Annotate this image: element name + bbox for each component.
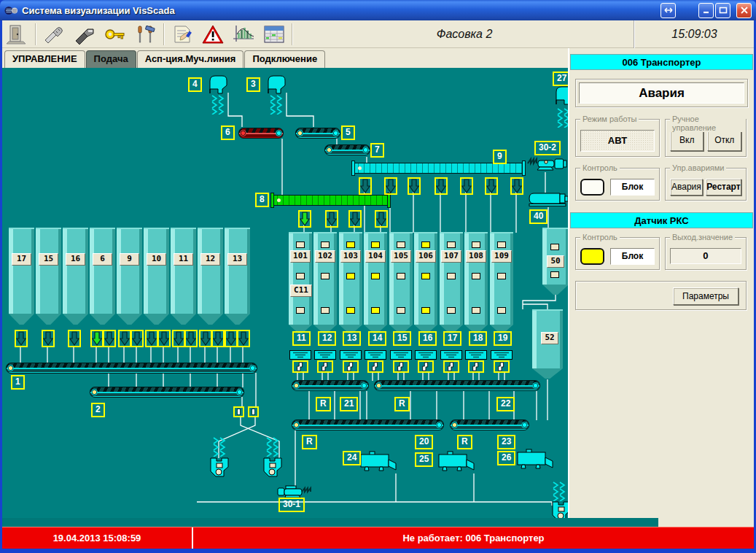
manual-off-button[interactable]: Откл (707, 130, 741, 151)
gate-valve[interactable] (248, 406, 259, 417)
flow-arrow-valve[interactable] (325, 210, 338, 228)
serial-connector-icon[interactable] (39, 22, 69, 47)
conveyor-belt[interactable] (450, 419, 529, 430)
value-table-icon[interactable] (259, 22, 289, 47)
tab-upravlenie[interactable]: УПРАВЛЕНИЕ (4, 50, 85, 68)
conveyor-belt[interactable] (295, 128, 340, 139)
restart-button[interactable]: Рестарт (706, 179, 741, 196)
silo[interactable] (225, 228, 250, 314)
params-button[interactable]: Параметры (673, 287, 739, 305)
rotary-valve[interactable] (343, 360, 359, 373)
flow-arrow-valve[interactable] (184, 330, 198, 347)
equipment-tag-1[interactable]: 1 (11, 375, 25, 390)
equipment-tag-11[interactable]: 11 (292, 331, 311, 346)
restore-size-button[interactable] (660, 3, 676, 18)
maximize-button[interactable] (715, 3, 730, 18)
flow-arrow-valve[interactable] (199, 330, 212, 347)
rotary-valve[interactable] (494, 360, 510, 373)
equipment-tag-R[interactable]: R (394, 397, 410, 411)
equipment-tag-2[interactable]: 2 (91, 403, 105, 417)
equipment-tag-R[interactable]: R (316, 397, 331, 411)
equipment-tag-22[interactable]: 22 (496, 397, 515, 411)
usb-connector-icon[interactable] (69, 22, 100, 47)
cyclone-airlock[interactable] (262, 457, 283, 480)
silo[interactable] (144, 228, 169, 314)
equipment-tag-30-2[interactable]: 30-2 (534, 141, 561, 155)
equipment-tag-15[interactable]: 15 (393, 331, 411, 346)
equipment-tag-R[interactable]: R (457, 435, 472, 449)
flow-arrow-valve[interactable] (348, 210, 362, 228)
close-button[interactable] (736, 3, 752, 18)
silo[interactable] (198, 228, 223, 314)
silo[interactable] (9, 228, 34, 314)
equipment-tag-3[interactable]: 3 (246, 77, 260, 92)
flow-arrow-valve[interactable] (237, 330, 250, 347)
manual-on-button[interactable]: Вкл (670, 130, 704, 151)
equipment-tag-25[interactable]: 25 (415, 452, 433, 467)
equipment-tag-21[interactable]: 21 (340, 397, 358, 411)
flow-arrow-valve[interactable] (211, 330, 225, 347)
equipment-tag-24[interactable]: 24 (343, 451, 361, 465)
flow-arrow-valve[interactable] (172, 330, 185, 347)
conveyor-belt[interactable] (90, 387, 244, 398)
equipment-tag-6[interactable]: 6 (221, 125, 235, 140)
rotary-valve[interactable] (317, 360, 333, 373)
equipment-tag-9[interactable]: 9 (493, 150, 507, 164)
flow-arrow-valve[interactable] (15, 330, 28, 347)
silo[interactable] (171, 228, 196, 314)
flow-arrow-valve[interactable] (375, 210, 388, 228)
sensor-block-field[interactable]: Блок (610, 248, 655, 265)
minimize-button[interactable] (698, 3, 714, 18)
flow-arrow-valve[interactable] (359, 177, 372, 195)
transporter-block-field[interactable]: Блок (610, 179, 655, 196)
flow-arrow-valve[interactable] (298, 210, 311, 228)
flow-arrow-valve[interactable] (42, 330, 55, 347)
rotary-valve[interactable] (468, 360, 484, 373)
flow-arrow-valve[interactable] (130, 330, 144, 347)
flow-arrow-valve[interactable] (90, 330, 104, 347)
gate-valve[interactable] (233, 406, 244, 417)
equipment-tag-30-1[interactable]: 30-1 (278, 498, 305, 512)
equipment-tag-40[interactable]: 40 (529, 209, 547, 224)
flow-arrow-valve[interactable] (408, 177, 421, 195)
equipment-tag-12[interactable]: 12 (318, 331, 336, 346)
alarm-warning-icon[interactable] (198, 22, 228, 47)
flow-arrow-valve[interactable] (118, 330, 131, 347)
flow-arrow-valve[interactable] (157, 330, 171, 347)
equipment-tag-26[interactable]: 26 (497, 451, 515, 465)
silo[interactable] (36, 228, 61, 314)
flow-arrow-valve[interactable] (384, 177, 397, 195)
equipment-tag-23[interactable]: 23 (497, 435, 515, 449)
access-key-icon[interactable] (100, 22, 130, 47)
rotary-valve[interactable] (292, 360, 308, 373)
silo[interactable] (63, 228, 88, 314)
flow-arrow-valve[interactable] (68, 330, 81, 347)
service-tools-icon[interactable] (130, 22, 161, 47)
event-journal-icon[interactable] (167, 22, 198, 47)
alarm-button[interactable]: Авария (670, 179, 703, 196)
silo[interactable] (117, 228, 142, 314)
trend-chart-icon[interactable] (228, 22, 259, 47)
flow-arrow-valve[interactable] (434, 177, 448, 195)
packing-machine[interactable] (359, 451, 397, 476)
equipment-tag-8[interactable]: 8 (255, 193, 269, 207)
filter-hopper[interactable] (554, 85, 568, 108)
screw-feeder-30-2[interactable] (526, 156, 567, 175)
equipment-tag-18[interactable]: 18 (469, 331, 487, 346)
rotary-valve[interactable] (443, 360, 459, 373)
conveyor-belt[interactable] (238, 128, 284, 139)
cyclone-airlock[interactable] (551, 501, 568, 518)
packing-machine[interactable] (516, 449, 554, 473)
flow-arrow-valve[interactable] (145, 330, 158, 347)
rotary-valve[interactable] (367, 360, 383, 373)
flow-arrow-valve[interactable] (510, 177, 523, 195)
equipment-tag-7[interactable]: 7 (370, 143, 384, 158)
blower-40[interactable] (528, 192, 568, 209)
tab-aspiration[interactable]: Асп-ция.Муч.линия (137, 50, 244, 68)
conveyor-belt[interactable] (6, 363, 257, 374)
conveyor-belt[interactable] (292, 380, 369, 391)
flow-arrow-valve[interactable] (225, 330, 238, 347)
equipment-tag-19[interactable]: 19 (494, 331, 512, 346)
tab-podklyuchenie[interactable]: Подключение (244, 50, 325, 68)
equipment-tag-R[interactable]: R (302, 435, 317, 449)
